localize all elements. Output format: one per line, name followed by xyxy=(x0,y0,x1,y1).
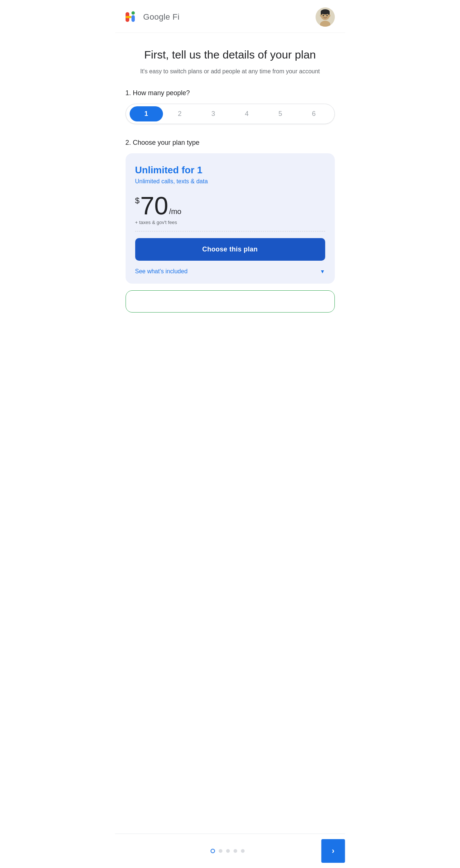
price-dollar-sign: $ xyxy=(135,196,140,206)
people-option-3[interactable]: 3 xyxy=(197,106,230,121)
plan-section-label: 2. Choose your plan type xyxy=(126,139,335,147)
price-period: /mo xyxy=(169,207,181,216)
choose-plan-button[interactable]: Choose this plan xyxy=(135,238,325,261)
second-plan-card-partial xyxy=(126,290,335,313)
chevron-down-icon: ▼ xyxy=(320,268,325,274)
plan-name: Unlimited for 1 xyxy=(135,164,325,176)
svg-point-11 xyxy=(323,15,324,16)
avatar-image xyxy=(316,7,335,27)
people-selector: 1 2 3 4 5 6 xyxy=(126,104,335,124)
price-amount: 70 xyxy=(140,193,169,218)
plan-description: Unlimited calls, texts & data xyxy=(135,178,325,185)
plan-price-row: $ 70 /mo xyxy=(135,193,325,218)
main-content: First, tell us the details of your plan … xyxy=(115,33,345,350)
price-note: + taxes & gov't fees xyxy=(135,220,325,225)
avatar[interactable] xyxy=(316,7,335,27)
svg-rect-4 xyxy=(126,16,131,18)
logo-text: Google Fi xyxy=(143,12,180,22)
page-subtitle: It's easy to switch plans or add people … xyxy=(126,67,335,76)
page-title: First, tell us the details of your plan xyxy=(126,48,335,62)
people-option-6[interactable]: 6 xyxy=(297,106,331,121)
see-included-text: See what's included xyxy=(135,268,188,275)
plan-section: 2. Choose your plan type Unlimited for 1… xyxy=(126,139,335,313)
see-included-row[interactable]: See what's included ▼ xyxy=(135,268,325,275)
svg-rect-9 xyxy=(321,12,322,15)
svg-point-3 xyxy=(131,11,135,15)
svg-point-12 xyxy=(326,15,328,16)
plan-divider xyxy=(135,231,325,231)
svg-point-13 xyxy=(320,14,321,17)
people-section: 1. How many people? 1 2 3 4 5 6 xyxy=(126,89,335,124)
svg-rect-2 xyxy=(131,15,135,22)
logo-area: Google Fi xyxy=(124,9,180,25)
google-fi-logo-icon xyxy=(124,9,140,25)
people-option-2[interactable]: 2 xyxy=(163,106,197,121)
people-option-4[interactable]: 4 xyxy=(230,106,264,121)
svg-point-14 xyxy=(329,14,330,17)
svg-rect-10 xyxy=(328,12,330,15)
app-header: Google Fi xyxy=(115,0,345,33)
unlimited-plan-card: Unlimited for 1 Unlimited calls, texts &… xyxy=(126,153,335,284)
people-option-5[interactable]: 5 xyxy=(264,106,297,121)
people-section-label: 1. How many people? xyxy=(126,89,335,97)
people-option-1[interactable]: 1 xyxy=(130,106,163,121)
